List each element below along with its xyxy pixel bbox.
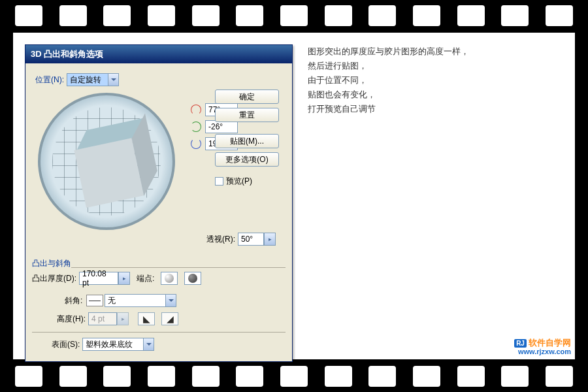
cap-label: 端点: [137, 273, 154, 284]
preview-checkbox[interactable] [215, 177, 223, 186]
more-options-button[interactable]: 更多选项(O) [215, 152, 279, 167]
position-select[interactable]: 自定旋转 [67, 73, 119, 86]
content-area: 3D 凸出和斜角选项 确定 重置 贴图(M)... 更多选项(O) 预览(P) … [13, 33, 575, 359]
y-axis-icon [191, 122, 201, 132]
depth-input[interactable]: 170.08 pt [79, 272, 118, 285]
perspective-label: 透视(R): [206, 234, 235, 245]
film-perforations-bottom [0, 366, 588, 387]
rotation-trackball[interactable] [38, 93, 175, 230]
note-line: 贴图也会有变化， [308, 88, 469, 102]
map-art-button[interactable]: 贴图(M)... [215, 134, 279, 148]
height-input: 4 pt [88, 312, 117, 325]
chevron-down-icon [165, 295, 176, 306]
ok-button[interactable]: 确定 [215, 90, 279, 104]
note-line: 打开预览自己调节 [308, 102, 469, 116]
chevron-down-icon [143, 338, 154, 350]
watermark-url: www.rjzxw.com [518, 348, 571, 355]
extrude-bevel-dialog: 3D 凸出和斜角选项 确定 重置 贴图(M)... 更多选项(O) 预览(P) … [25, 44, 293, 362]
bevel-preview-swatch [86, 295, 103, 306]
film-perforations-top [0, 5, 588, 26]
preview-label: 预览(P) [226, 176, 252, 187]
bevel-label: 斜角: [65, 295, 82, 306]
position-value: 自定旋转 [70, 74, 101, 86]
cap-off-button[interactable] [184, 272, 201, 285]
surface-label: 表面(S): [52, 339, 80, 350]
film-strip-frame: 3D 凸出和斜角选项 确定 重置 贴图(M)... 更多选项(O) 预览(P) … [0, 0, 588, 392]
perspective-stepper[interactable] [264, 233, 276, 246]
z-axis-icon [191, 139, 201, 149]
height-stepper [117, 312, 129, 325]
surface-value: 塑料效果底纹 [86, 339, 133, 350]
perspective-input[interactable]: 50° [238, 233, 264, 246]
chevron-down-icon [108, 74, 118, 86]
annotation-notes: 图形突出的厚度应与胶片图形的高度一样， 然后进行贴图， 由于位置不同， 贴图也会… [308, 44, 469, 116]
depth-label: 凸出厚度(D): [32, 273, 76, 284]
preview-cube [72, 127, 142, 197]
note-line: 然后进行贴图， [308, 59, 469, 73]
watermark-brand: 软件自学网 [529, 338, 571, 348]
note-line: 图形突出的厚度应与胶片图形的高度一样， [308, 44, 469, 59]
height-label: 高度(H): [57, 314, 86, 325]
position-label: 位置(N): [35, 74, 64, 86]
depth-stepper[interactable] [118, 272, 130, 285]
watermark: RJ 软件自学网 www.rjzxw.com [514, 338, 571, 355]
note-line: 由于位置不同， [308, 73, 469, 88]
reset-button[interactable]: 重置 [215, 108, 279, 122]
surface-select[interactable]: 塑料效果底纹 [82, 338, 154, 351]
bevel-extent-out-button[interactable]: ◢ [161, 312, 178, 325]
bevel-select[interactable]: 无 [105, 294, 176, 307]
x-axis-icon [191, 105, 201, 115]
cap-on-button[interactable] [161, 272, 178, 285]
bevel-extent-in-button[interactable]: ◣ [138, 312, 155, 325]
bevel-value: 无 [108, 295, 116, 306]
dialog-title: 3D 凸出和斜角选项 [25, 45, 292, 63]
